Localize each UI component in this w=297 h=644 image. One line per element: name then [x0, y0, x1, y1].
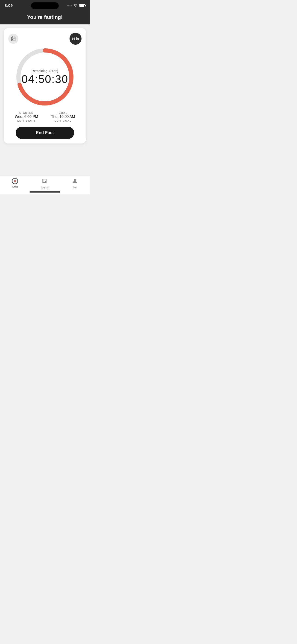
start-block: STARTED Wed, 6:00 PM EDIT START: [15, 112, 38, 122]
today-icon: [12, 178, 18, 184]
timer-center: Remaining: (30%) 04:50:30: [22, 69, 68, 85]
start-label: STARTED: [15, 112, 38, 114]
calendar-icon: [11, 36, 16, 41]
goal-block: GOAL Thu, 10:00 AM EDIT GOAL: [51, 112, 75, 122]
home-indicator: [30, 192, 60, 192]
timer-card: 16 hr Remaining: (30%) 04:50:30 STARTED …: [4, 28, 86, 144]
svg-rect-10: [43, 181, 45, 182]
tab-me-label: Me: [73, 186, 76, 189]
journal-icon: [42, 178, 48, 185]
svg-point-12: [74, 179, 76, 181]
tab-journal[interactable]: Journal: [37, 178, 53, 189]
notch: [31, 2, 59, 9]
tab-today-label: Today: [12, 185, 18, 188]
hours-badge: 16 hr: [70, 33, 82, 45]
edit-goal-button[interactable]: EDIT GOAL: [51, 119, 75, 122]
tab-today[interactable]: Today: [7, 178, 23, 189]
svg-rect-11: [42, 179, 43, 183]
tab-journal-label: Journal: [41, 186, 49, 189]
goal-label: GOAL: [51, 112, 75, 114]
me-icon: [72, 178, 78, 185]
svg-rect-4: [12, 39, 13, 40]
main-content: 16 hr Remaining: (30%) 04:50:30 STARTED …: [0, 24, 90, 175]
status-bar: 8:09: [0, 0, 90, 12]
timer-display: 04:50:30: [22, 74, 68, 85]
svg-rect-0: [12, 37, 16, 41]
svg-rect-9: [43, 180, 46, 181]
card-top-row: 16 hr: [8, 33, 82, 45]
header: You're fasting!: [0, 12, 90, 24]
timer-circle: Remaining: (30%) 04:50:30: [15, 47, 75, 107]
battery-icon: [79, 4, 85, 7]
wifi-icon: [73, 4, 77, 8]
start-goal-row: STARTED Wed, 6:00 PM EDIT START GOAL Thu…: [8, 112, 82, 122]
tab-me[interactable]: Me: [67, 178, 83, 189]
status-icons: [67, 4, 85, 8]
start-value: Wed, 6:00 PM: [15, 115, 38, 119]
remaining-label: Remaining: (30%): [22, 69, 68, 73]
header-title: You're fasting!: [27, 14, 63, 20]
goal-value: Thu, 10:00 AM: [51, 115, 75, 119]
edit-start-button[interactable]: EDIT START: [15, 119, 38, 122]
end-fast-button[interactable]: End Fast: [16, 127, 74, 139]
svg-rect-8: [43, 180, 46, 180]
signal-icon: [67, 5, 72, 6]
status-time: 8:09: [4, 4, 13, 8]
calendar-button[interactable]: [8, 34, 18, 44]
